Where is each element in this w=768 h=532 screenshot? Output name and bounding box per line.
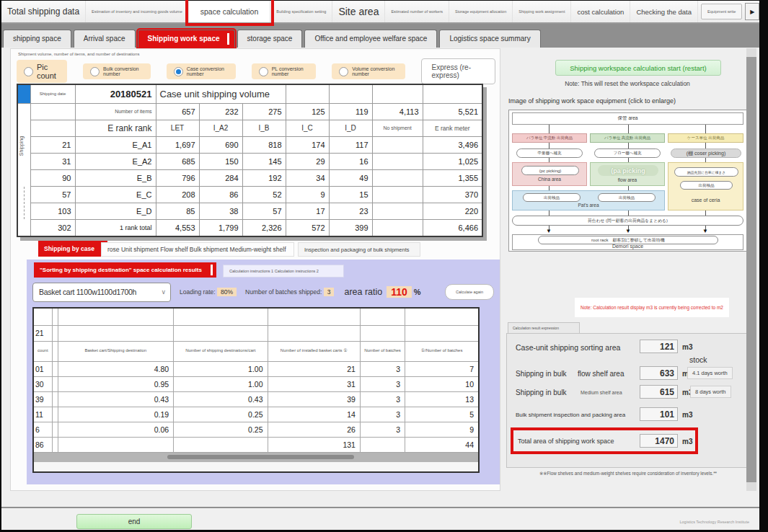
total-area-value: 1470	[640, 434, 678, 448]
flow-shelf-area-panel: (pa picking flow area	[590, 162, 665, 186]
flow-stock-days: 4.1 days worth	[687, 367, 733, 379]
scrollbar-thumb[interactable]	[746, 57, 756, 482]
medium-shelf-area-value: 615	[640, 385, 678, 399]
table-row: 31E_A2 68515014529161,025	[17, 153, 482, 169]
storage-area-box: 保管 area	[512, 112, 743, 125]
table-title: Case unit shipping volume	[156, 84, 286, 103]
side-label: Shipping	[19, 124, 24, 167]
toolbar-next-arrow-button[interactable]: ▶	[745, 3, 759, 20]
tab-storage-space[interactable]: storage space	[237, 30, 303, 48]
inspection-packing-area-value: 101	[640, 407, 678, 421]
basket-cart-table: 21 count Basket cart/Shipping destinatio…	[32, 307, 480, 473]
top-tab-building-specification[interactable]: Building specification setting	[270, 1, 332, 22]
items-row-label: Number of items	[75, 103, 156, 120]
top-tab-total-shipping-data[interactable]: Total shipping data	[1, 1, 86, 22]
top-tab-site-area[interactable]: Site area	[332, 1, 385, 22]
shipping-inspection-oval: 出荷検品	[598, 193, 656, 202]
col-header-count: count	[33, 341, 52, 361]
table-row: 30 0.951.0031310	[33, 376, 479, 391]
tab-shipping-space[interactable]: shipping space	[3, 30, 71, 48]
rank-col-header: I_B	[242, 120, 286, 136]
side-dash	[24, 187, 25, 219]
items-value: 657	[156, 103, 199, 120]
rank-col-header: I_D	[329, 120, 372, 136]
rank-col-header: LET	[156, 120, 199, 136]
tab-shipping-by-case[interactable]: Shipping by case	[38, 241, 107, 257]
table-row: 103E_D 8538571723220	[17, 203, 482, 219]
load-by-destination-oval: 納品先別に台車に積まさ	[674, 167, 738, 177]
table-row: 57E_C 2088652915370	[17, 186, 482, 203]
diagram-col2-header: バラ単位 高流動 出荷商品	[590, 133, 665, 143]
items-value: 4,113	[372, 103, 423, 120]
top-tab-estimated-workers[interactable]: Estimated number of workers	[385, 1, 449, 22]
shipment-volume-caption: Shipment volume, number of items, and nu…	[18, 52, 139, 56]
radio-volume-conversion[interactable]: Volume conversion number	[332, 63, 405, 79]
diagram-col1-header: バラ単位 中流動 出荷商品	[512, 133, 587, 143]
credit-text: Logistics Technology Research Institute	[679, 520, 749, 524]
pc-picking-oval: (pc picking)	[521, 166, 579, 175]
flow-shelf-area-value: 633	[640, 366, 678, 380]
tab-office-welfare-space[interactable]: Office and employee welfare space	[304, 30, 437, 48]
top-tab-shipping-work-assignment[interactable]: Shipping work assignment	[513, 1, 571, 22]
calculation-results-panel: Case-unit shipping sorting area 121 m3 s…	[506, 333, 747, 468]
top-tab-cost-calculation[interactable]: cost calculation	[571, 1, 630, 22]
chevron-down-icon: ∨	[161, 288, 166, 296]
down-arrow-icon: ▼	[625, 229, 631, 234]
total-area-label: Total area of shipping work space	[518, 438, 614, 445]
inspection-area-panel: 出荷検品 出荷検品 Pat's area	[512, 190, 665, 210]
tab-calculation-instructions[interactable]: Calculation instructions 1 Calculation i…	[223, 265, 344, 278]
shipping-date-value: 20180521	[75, 84, 156, 103]
vertical-scrollbar[interactable]	[746, 48, 756, 491]
no-shipment-header: No shipment	[372, 120, 423, 136]
pre-count-value: 21	[33, 325, 52, 341]
radio-icon	[259, 67, 268, 76]
radio-pic-count[interactable]: Pic count	[17, 60, 67, 83]
table-row: 01 4.801.002137	[33, 361, 479, 376]
express-button[interactable]: Express (re-express)	[421, 58, 495, 84]
replenish-medium-shelf-oval: 中量棚へ補充	[516, 148, 583, 158]
rank-col-header: I_C	[286, 120, 329, 136]
table-row: 90E_B 79628419234491,355	[17, 169, 482, 186]
case-shipping-panel: 納品先別に台車に積まさ 出荷検品 case of ceria	[668, 162, 743, 210]
radio-label: PL conversion number	[272, 66, 309, 76]
radio-label: Bulk conversion number	[103, 66, 144, 76]
tab-unit-shipment-shelves[interactable]: rose Unit shipment Flow shelf Bulk shipm…	[101, 242, 294, 257]
app-window: Total shipping data Estimation of invent…	[1, 1, 759, 530]
top-tab-space-calculation[interactable]: space calculation	[189, 1, 271, 22]
area-ratio-unit: %	[414, 288, 421, 296]
basket-cart-select[interactable]: Basket cart 1100w1100d1700h ∨	[32, 283, 171, 302]
workspace-calculation-start-button[interactable]: Shipping workspace calculation start (re…	[555, 60, 721, 76]
scrollbar-thumb[interactable]	[167, 455, 354, 459]
batches-shipped-value[interactable]: 3	[324, 288, 335, 296]
tab-inspection-packaging[interactable]: Inspection and packaging of bulk shipmen…	[298, 242, 420, 257]
col-header-installed-carts: Number of installed basket carts ①	[268, 341, 360, 361]
radio-label: Case conversion number	[187, 66, 229, 76]
table-header-row: count Basket cart/Shipping destination N…	[33, 341, 479, 361]
tab-logistics-space-summary[interactable]: Logistics space summary	[439, 30, 540, 48]
top-tab-equipment-write[interactable]: Equipment write	[701, 4, 742, 19]
loading-rate-value[interactable]: 80%	[217, 288, 237, 296]
top-tab-storage-equipment[interactable]: Storage equipment allocation	[449, 1, 513, 22]
side-label-cell: Shipping	[17, 103, 30, 236]
end-button[interactable]: end	[76, 514, 192, 529]
equipment-flow-diagram[interactable]: 保管 area バラ単位 中流動 出荷商品 バラ単位 高流動 出荷商品 ケース単…	[508, 110, 747, 252]
tab-shipping-work-space[interactable]: Shipping work space	[138, 30, 235, 48]
tab-arrival-space[interactable]: Arrival space	[74, 30, 136, 48]
top-tab-inventory-estimation[interactable]: Estimation of inventory and incoming goo…	[86, 1, 189, 22]
radio-pl-conversion[interactable]: PL conversion number	[252, 63, 316, 79]
shipping-date-label: Shipping date	[30, 84, 75, 103]
area-ratio-value[interactable]: 110	[387, 286, 412, 298]
radio-icon	[339, 67, 348, 76]
merge-shipments-oval: 荷合わせ (同一顧客の出荷商品をまとめる)	[512, 216, 743, 226]
top-tab-checking-data[interactable]: Checking the data	[630, 1, 698, 22]
items-value: 275	[242, 103, 286, 120]
calculate-again-button[interactable]: Calculate again	[445, 284, 494, 300]
section-tab-strip: Shipping by case rose Unit shipment Flow…	[11, 241, 501, 258]
items-value: 119	[329, 103, 372, 120]
pats-area-label: Pat's area	[513, 203, 664, 208]
col-header-per-batch: ①/Number of batches	[405, 341, 479, 361]
radio-bulk-conversion[interactable]: Bulk conversion number	[83, 63, 151, 79]
radio-case-conversion[interactable]: Case conversion number	[167, 63, 236, 79]
horizontal-scrollbar[interactable]	[34, 453, 478, 462]
tab-calculation-result-expression[interactable]: Calculation result expression	[508, 322, 580, 333]
